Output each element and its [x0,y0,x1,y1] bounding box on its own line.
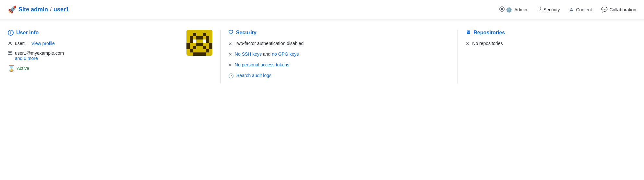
x-icon-pat: ✕ [228,62,232,68]
svg-rect-12 [209,43,212,46]
email-text: user1@myexample.com [15,51,179,56]
no-gpg-keys-link[interactable]: no GPG keys [272,51,299,57]
svg-rect-5 [199,36,203,39]
user-info-heading-label: User info [16,30,39,36]
security-ssh-row: ✕ No SSH keys and no GPG keys [228,51,450,57]
security-audit-row: 🕐 Search audit logs [228,73,450,78]
svg-rect-19 [193,52,206,56]
rocket-icon: 🚀 [8,6,17,14]
repositories-heading: 🖥 Repositories [466,30,636,36]
and-more-link[interactable]: and 0 more [15,56,38,61]
header-nav: ⚙️ Admin 🛡 Security 🖥 Content 💬 Collabor… [499,6,636,13]
no-pat-link[interactable]: No personal access tokens [235,62,289,67]
security-pat-row: ✕ No personal access tokens [228,62,450,68]
svg-rect-4 [196,36,199,39]
svg-rect-9 [186,43,190,46]
svg-rect-2 [203,33,206,36]
nav-collaboration-label: Collaboration [610,7,637,12]
active-status-row: ⌛ Active [8,65,179,72]
svg-rect-13 [186,46,190,49]
username-sep: – [28,41,31,46]
svg-rect-17 [190,49,193,52]
security-heading: 🛡 Security [228,30,450,36]
breadcrumb-separator: / [50,6,52,13]
x-icon-repos: ✕ [466,41,470,46]
header-breadcrumb-area: 🚀 Site admin / user1 [8,6,69,14]
repositories-heading-label: Repositories [473,30,505,36]
svg-rect-11 [199,43,203,46]
info-circle-icon: i [8,30,14,36]
svg-rect-15 [203,46,206,49]
chat-icon: 💬 [601,6,608,13]
email-icon [8,51,12,56]
ssh-gpg-sep: and [263,51,272,57]
no-ssh-keys-link[interactable]: No SSH keys [235,51,262,57]
svg-rect-10 [196,43,199,46]
svg-rect-3 [190,36,193,39]
username-content: user1 – View profile [15,41,179,46]
svg-rect-6 [206,36,209,39]
nav-security[interactable]: 🛡 Security [536,7,560,13]
view-profile-link[interactable]: View profile [31,41,55,46]
user-info-section: i User info user1 – View profile [8,30,179,72]
nav-security-label: Security [543,7,560,12]
nav-content-label: Content [576,7,592,12]
user-info-heading: i User info [8,30,179,36]
svg-rect-8 [206,39,209,43]
site-header: 🚀 Site admin / user1 ⚙️ Admin 🛡 Security… [0,0,644,19]
breadcrumb-username: user1 [54,6,69,13]
svg-rect-16 [209,46,212,49]
search-audit-logs-link[interactable]: Search audit logs [236,73,271,78]
svg-rect-14 [193,46,196,49]
svg-rect-7 [190,39,193,43]
email-content: user1@myexample.com and 0 more [15,51,179,61]
active-label: Active [17,66,29,71]
nav-content[interactable]: 🖥 Content [569,7,592,13]
security-ssh-content: No SSH keys and no GPG keys [235,51,299,57]
user-avatar [186,30,212,56]
repositories-column: 🖥 Repositories ✕ No repositories [458,30,636,84]
security-heading-label: Security [236,30,256,36]
nav-admin-label: Admin [514,7,527,12]
svg-rect-21 [203,39,206,43]
x-icon-ssh: ✕ [228,52,232,57]
security-2fa-row: ✕ Two-factor authentication disabled [228,41,450,46]
username-text: user1 [15,41,26,46]
hourglass-icon: ⌛ [8,65,15,72]
monitor-icon: 🖥 [569,7,574,13]
email-row: user1@myexample.com and 0 more [8,51,179,61]
nav-collaboration[interactable]: 💬 Collaboration [601,6,637,13]
security-column: 🛡 Security ✕ Two-factor authentication d… [221,30,458,84]
svg-rect-1 [193,33,196,36]
user-info-column: i User info user1 – View profile [8,30,221,84]
x-icon-2fa: ✕ [228,41,232,46]
no-repositories-text: No repositories [472,41,503,46]
svg-rect-18 [206,49,209,52]
monitor-repos-icon: 🖥 [466,30,471,36]
username-row: user1 – View profile [8,41,179,47]
clock-icon: 🕐 [228,73,234,78]
no-repositories-row: ✕ No repositories [466,41,636,46]
sub-header-bar [0,19,644,22]
gear-icon: ⚙️ [499,6,512,13]
breadcrumb-site-admin-link[interactable]: Site admin [18,6,48,13]
person-icon [8,41,12,47]
main-content: i User info user1 – View profile [0,22,644,91]
svg-rect-20 [193,39,196,43]
security-2fa-text: Two-factor authentication disabled [235,41,304,46]
shield-icon: 🛡 [536,7,542,13]
nav-admin[interactable]: ⚙️ Admin [499,6,527,13]
breadcrumb: 🚀 Site admin / user1 [8,6,69,14]
shield-section-icon: 🛡 [228,30,233,36]
